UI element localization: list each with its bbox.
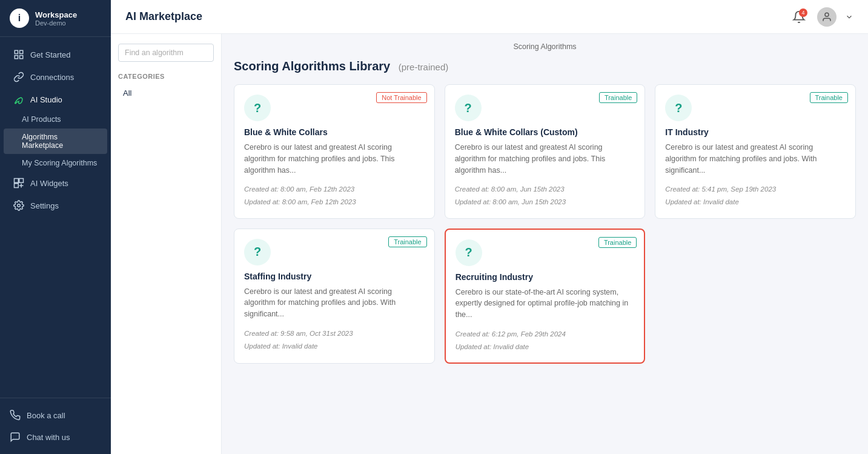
- card-desc-staffing-industry: Cerebro is our latest and greatest AI sc…: [244, 286, 425, 320]
- question-icon-it-industry: ?: [675, 101, 682, 115]
- svg-rect-4: [15, 179, 19, 183]
- page-heading: Scoring Algorithms Library (pre-trained): [234, 57, 856, 73]
- card-title-staffing-industry: Staffing Industry: [244, 272, 425, 281]
- chevron-down-icon: [845, 13, 853, 21]
- sidebar-item-ai-studio[interactable]: AI Studio: [4, 88, 107, 110]
- chat-icon: [10, 432, 21, 442]
- question-icon-blue-white-collars: ?: [254, 101, 261, 115]
- svg-rect-3: [20, 56, 23, 59]
- breadcrumb: Scoring Algorithms: [234, 34, 856, 57]
- question-icon-recruiting-industry: ?: [465, 245, 472, 259]
- user-icon: [821, 12, 832, 22]
- grid-icon: [13, 49, 24, 60]
- user-avatar-button[interactable]: [817, 7, 837, 27]
- categories-label: CATEGORIES: [118, 73, 214, 80]
- book-a-call-button[interactable]: Book a call: [0, 404, 111, 426]
- sidebar-item-ai-widgets-label: AI Widgets: [30, 179, 68, 188]
- topbar-actions: 4: [789, 7, 853, 27]
- workspace-sub: Dev-demo: [35, 19, 77, 27]
- card-desc-blue-white-collars-custom: Cerebro is our latest and greatest AI sc…: [455, 142, 635, 176]
- search-input[interactable]: [118, 44, 214, 62]
- card-icon-wrap-blue-white-collars: ?: [244, 95, 271, 121]
- link-icon: [13, 72, 24, 82]
- question-icon-blue-white-collars-custom: ?: [465, 101, 472, 115]
- card-icon-wrap-recruiting-industry: ?: [456, 239, 482, 266]
- sidebar-item-my-scoring-algorithms-label: My Scoring Algorithms: [22, 159, 97, 167]
- sidebar: i Workspace Dev-demo Get Started Connect…: [0, 0, 111, 454]
- sidebar-nav: Get Started Connections AI Studio AI Pro…: [0, 37, 111, 398]
- sidebar-header: i Workspace Dev-demo: [0, 0, 111, 37]
- card-icon-wrap-staffing-industry: ?: [244, 239, 271, 265]
- card-blue-white-collars-custom[interactable]: Trainable ? Blue & White Collars (Custom…: [445, 84, 646, 219]
- category-all[interactable]: All: [118, 85, 214, 101]
- sidebar-item-my-scoring-algorithms[interactable]: My Scoring Algorithms: [4, 155, 107, 172]
- book-a-call-label: Book a call: [27, 411, 65, 420]
- sidebar-item-ai-widgets[interactable]: AI Widgets: [4, 172, 107, 194]
- workspace-name: Workspace: [35, 10, 77, 19]
- svg-rect-2: [15, 56, 18, 59]
- workspace-info: Workspace Dev-demo: [35, 10, 77, 27]
- card-badge-blue-white-collars-custom: Trainable: [599, 92, 637, 103]
- card-icon-wrap-blue-white-collars-custom: ?: [455, 95, 482, 121]
- svg-rect-0: [15, 50, 18, 53]
- workspace-logo: i: [10, 8, 29, 28]
- cards-grid: Not Trainable ? Blue & White Collars Cer…: [234, 84, 856, 364]
- main: AI Marketplace 4 CATEGORIES All: [111, 0, 868, 454]
- sidebar-item-settings-label: Settings: [30, 201, 59, 210]
- right-panel: Scoring Algorithms Scoring Algorithms Li…: [222, 34, 868, 454]
- card-icon-wrap-it-industry: ?: [665, 95, 692, 121]
- sidebar-item-algorithms-marketplace-label: Algorithms Marketplace: [22, 133, 63, 150]
- chat-with-us-label: Chat with us: [27, 433, 70, 442]
- topbar: AI Marketplace 4: [111, 0, 868, 34]
- content-area: CATEGORIES All Scoring Algorithms Scorin…: [111, 34, 868, 454]
- card-blue-white-collars[interactable]: Not Trainable ? Blue & White Collars Cer…: [234, 84, 435, 219]
- card-desc-blue-white-collars: Cerebro is our latest and greatest AI sc…: [244, 142, 425, 176]
- svg-point-8: [825, 13, 829, 16]
- card-meta-blue-white-collars-custom: Created at: 8:00 am, Jun 15th 2023Update…: [455, 183, 635, 208]
- notification-badge: 4: [799, 8, 807, 17]
- card-meta-blue-white-collars: Created at: 8:00 am, Feb 12th 2023Update…: [244, 183, 425, 208]
- question-icon-staffing-industry: ?: [254, 245, 261, 259]
- svg-rect-1: [20, 50, 23, 53]
- sidebar-item-settings[interactable]: Settings: [4, 195, 107, 216]
- card-title-blue-white-collars: Blue & White Collars: [244, 127, 425, 137]
- notifications-button[interactable]: 4: [789, 7, 809, 27]
- left-panel: CATEGORIES All: [111, 34, 222, 454]
- card-badge-staffing-industry: Trainable: [388, 236, 426, 247]
- card-meta-it-industry: Created at: 5:41 pm, Sep 19th 2023Update…: [665, 183, 846, 208]
- gear-icon: [13, 200, 24, 211]
- svg-point-7: [18, 204, 21, 207]
- sidebar-item-ai-products[interactable]: AI Products: [4, 111, 107, 128]
- sidebar-item-get-started[interactable]: Get Started: [4, 44, 107, 65]
- card-desc-recruiting-industry: Cerebro is our state-of-the-art AI scori…: [456, 287, 635, 321]
- phone-icon: [10, 410, 21, 421]
- card-staffing-industry[interactable]: Trainable ? Staffing Industry Cerebro is…: [234, 229, 435, 364]
- card-badge-recruiting-industry: Trainable: [598, 237, 637, 248]
- card-meta-staffing-industry: Created at: 9:58 am, Oct 31st 2023Update…: [244, 327, 425, 352]
- widget-icon: [13, 178, 24, 189]
- card-title-recruiting-industry: Recruiting Industry: [456, 272, 635, 282]
- sidebar-item-get-started-label: Get Started: [30, 50, 70, 59]
- sidebar-item-ai-studio-label: AI Studio: [30, 95, 62, 104]
- sidebar-item-connections-label: Connections: [30, 73, 74, 82]
- card-meta-recruiting-industry: Created at: 6:12 pm, Feb 29th 2024Update…: [456, 328, 635, 353]
- sidebar-footer: Book a call Chat with us: [0, 398, 111, 454]
- card-recruiting-industry[interactable]: Trainable ? Recruiting Industry Cerebro …: [445, 229, 646, 364]
- sidebar-item-algorithms-marketplace[interactable]: Algorithms Marketplace: [4, 129, 107, 154]
- card-title-it-industry: IT Industry: [665, 127, 846, 137]
- svg-rect-6: [15, 184, 19, 188]
- leaf-icon: [13, 94, 24, 105]
- card-badge-blue-white-collars: Not Trainable: [376, 92, 426, 103]
- card-title-blue-white-collars-custom: Blue & White Collars (Custom): [455, 127, 635, 137]
- card-desc-it-industry: Cerebro is our latest and greatest AI sc…: [665, 142, 846, 176]
- chat-with-us-button[interactable]: Chat with us: [0, 426, 111, 448]
- topbar-title: AI Marketplace: [125, 10, 202, 23]
- card-badge-it-industry: Trainable: [810, 92, 848, 103]
- sidebar-item-connections[interactable]: Connections: [4, 66, 107, 88]
- card-it-industry[interactable]: Trainable ? IT Industry Cerebro is our l…: [655, 84, 856, 219]
- sidebar-item-ai-products-label: AI Products: [22, 115, 61, 124]
- svg-rect-5: [19, 179, 24, 183]
